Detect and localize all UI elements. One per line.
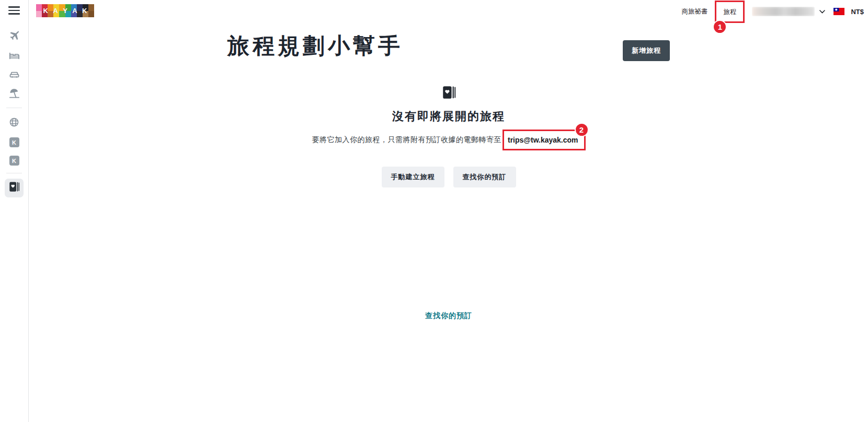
- annotation-box-trips-nav: 旅程 1: [715, 1, 745, 23]
- trips-book-icon: [8, 181, 20, 195]
- sidebar-item-cars[interactable]: [7, 68, 21, 81]
- currency-selector[interactable]: NT$: [851, 8, 864, 16]
- annotation-box-email: trips@tw.kayak.com 2: [502, 130, 586, 150]
- sidebar-item-stays[interactable]: [7, 49, 21, 62]
- description-text: 要將它加入你的旅程，只需將附有預訂收據的電郵轉寄至: [312, 135, 501, 145]
- nav-link-trips[interactable]: 旅程: [723, 8, 736, 16]
- car-icon: [8, 69, 20, 81]
- sidebar-item-explore[interactable]: [7, 115, 21, 129]
- kayak-logo-letters: KAYAK: [36, 4, 94, 17]
- sidebar-item-kayak-k-2[interactable]: K: [9, 156, 19, 166]
- bed-icon: [8, 50, 20, 62]
- user-name-redacted: [752, 7, 815, 16]
- empty-state-heading: 沒有即將展開的旅程: [227, 109, 670, 124]
- taiwan-flag-icon[interactable]: [833, 8, 844, 15]
- top-bar: KAYAK 商旅祕書 旅程 1: [29, 0, 868, 23]
- empty-state-description: 要將它加入你的旅程，只需將附有預訂收據的電郵轉寄至 trips@tw.kayak…: [227, 130, 670, 150]
- nav-link-business-travel[interactable]: 商旅祕書: [681, 7, 707, 16]
- beach-umbrella-icon: [8, 88, 20, 100]
- sidebar-divider: [6, 173, 22, 173]
- sidebar-divider: [6, 108, 22, 108]
- empty-state: 沒有即將展開的旅程 要將它加入你的旅程，只需將附有預訂收據的電郵轉寄至 trip…: [227, 86, 670, 187]
- forward-email-address: trips@tw.kayak.com: [508, 136, 578, 144]
- airplane-icon: [8, 30, 20, 42]
- kayak-logo[interactable]: KAYAK: [36, 4, 94, 17]
- chevron-down-icon: [819, 10, 825, 14]
- sidebar-item-flights[interactable]: [7, 29, 21, 43]
- sidebar-item-trips[interactable]: [5, 179, 24, 197]
- find-your-bookings-button[interactable]: 查找你的預訂: [453, 167, 516, 187]
- globe-icon: [8, 116, 20, 128]
- account-menu[interactable]: [752, 7, 825, 16]
- find-your-bookings-link[interactable]: 查找你的預訂: [425, 311, 472, 320]
- trips-book-icon: [442, 86, 456, 102]
- left-sidebar: K K: [0, 0, 29, 422]
- sidebar-item-packages[interactable]: [7, 87, 21, 100]
- top-nav: 商旅祕書 旅程 1 NT$: [681, 0, 864, 23]
- page-title: 旅程規劃小幫手: [227, 33, 403, 58]
- k-square-icon: K: [12, 139, 16, 146]
- annotation-step-1-badge: 1: [713, 20, 727, 34]
- add-trip-button[interactable]: 新增旅程: [623, 40, 670, 61]
- k-square-icon: K: [12, 158, 16, 164]
- hamburger-menu-icon[interactable]: [8, 6, 20, 15]
- create-trip-manually-button[interactable]: 手動建立旅程: [382, 167, 444, 187]
- sidebar-item-kayak-k-1[interactable]: K: [9, 137, 19, 147]
- annotation-step-2-badge: 2: [575, 123, 589, 137]
- main-content: 旅程規劃小幫手 新增旅程 沒有即將展開的旅程 要將它加入你的旅程，只需將附有預訂…: [29, 0, 868, 422]
